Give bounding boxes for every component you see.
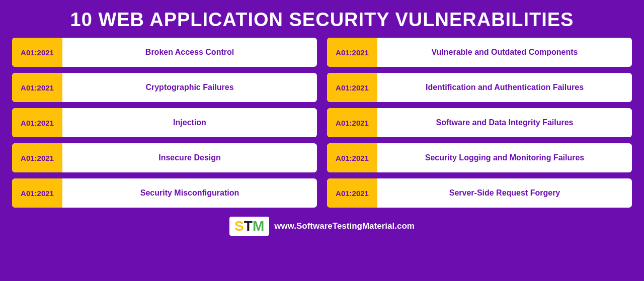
vulnerability-badge: A01:2021 <box>327 178 377 208</box>
vulnerability-badge: A01:2021 <box>327 143 377 172</box>
website-url: www.SoftwareTestingMaterial.com <box>274 221 415 231</box>
vulnerability-label: Insecure Design <box>62 153 317 162</box>
vulnerabilities-grid: A01:2021Broken Access ControlA01:2021Vul… <box>0 38 644 213</box>
vulnerability-card: A01:2021Broken Access Control <box>12 38 317 67</box>
vulnerability-badge: A01:2021 <box>12 143 62 172</box>
vulnerability-label: Vulnerable and Outdated Components <box>377 48 632 57</box>
vulnerability-label: Cryptographic Failures <box>62 83 317 92</box>
vulnerability-badge: A01:2021 <box>327 73 377 102</box>
vulnerability-label: Injection <box>62 118 317 127</box>
page-title: 10 WEB APPLICATION SECURITY VULNERABILIT… <box>60 0 584 38</box>
vulnerability-card: A01:2021Security Logging and Monitoring … <box>327 143 632 172</box>
vulnerability-badge: A01:2021 <box>12 178 62 208</box>
logo-t: T <box>244 218 253 234</box>
logo-s: S <box>234 218 244 234</box>
vulnerability-label: Security Misconfiguration <box>62 189 317 198</box>
vulnerability-label: Broken Access Control <box>62 48 317 57</box>
vulnerability-card: A01:2021Insecure Design <box>12 143 317 172</box>
vulnerability-card: A01:2021Cryptographic Failures <box>12 73 317 102</box>
vulnerability-card: A01:2021Injection <box>12 108 317 137</box>
vulnerability-label: Software and Data Integrity Failures <box>377 118 632 127</box>
vulnerability-badge: A01:2021 <box>327 108 377 137</box>
vulnerability-card: A01:2021Vulnerable and Outdated Componen… <box>327 38 632 67</box>
vulnerability-card: A01:2021Server-Side Request Forgery <box>327 178 632 208</box>
vulnerability-card: A01:2021Identification and Authenticatio… <box>327 73 632 102</box>
vulnerability-card: A01:2021Software and Data Integrity Fail… <box>327 108 632 137</box>
vulnerability-badge: A01:2021 <box>327 38 377 67</box>
logo-m: M <box>253 218 264 234</box>
vulnerability-label: Identification and Authentication Failur… <box>377 83 632 92</box>
vulnerability-label: Security Logging and Monitoring Failures <box>377 153 632 162</box>
vulnerability-card: A01:2021Security Misconfiguration <box>12 178 317 208</box>
vulnerability-badge: A01:2021 <box>12 73 62 102</box>
footer: S T M www.SoftwareTestingMaterial.com <box>229 213 415 236</box>
vulnerability-badge: A01:2021 <box>12 38 62 67</box>
logo: S T M <box>229 217 269 236</box>
vulnerability-label: Server-Side Request Forgery <box>377 189 632 198</box>
vulnerability-badge: A01:2021 <box>12 108 62 137</box>
